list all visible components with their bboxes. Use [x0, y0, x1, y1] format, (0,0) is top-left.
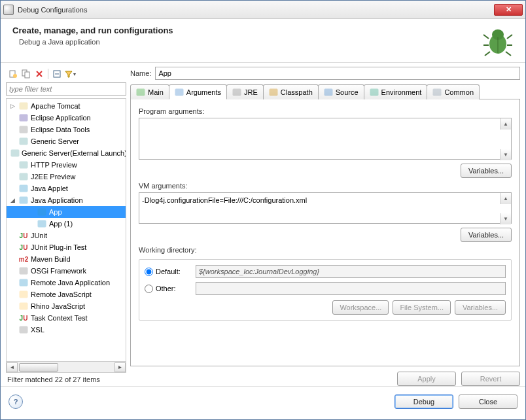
program-variables-button[interactable]: Variables... [461, 164, 512, 178]
tab-environment[interactable]: Environment [364, 84, 428, 99]
tree-item[interactable]: Remote JavaScript [7, 289, 126, 300]
new-config-button[interactable] [7, 68, 19, 80]
apply-button[interactable]: Apply [397, 372, 456, 386]
tree-item[interactable]: Rhino JavaScript [7, 300, 126, 312]
help-button[interactable]: ? [9, 394, 23, 409]
tree-item[interactable]: Eclipse Data Tools [7, 124, 126, 135]
main-icon [136, 88, 145, 97]
tree-item-label: JUnit [31, 232, 47, 239]
scroll-left-arrow[interactable]: ◄ [7, 362, 18, 372]
debug-button[interactable]: Debug [394, 394, 453, 409]
close-button[interactable]: Close [459, 394, 517, 409]
tab-arguments[interactable]: Arguments [169, 84, 227, 99]
working-dir-group: Default: Other: Workspace... File System… [139, 259, 512, 321]
tab-main[interactable]: Main [130, 84, 169, 99]
dialog-footer: ? Debug Close [1, 386, 525, 416]
tree-item-label: J2EE Preview [31, 173, 75, 181]
tab-label: Environment [381, 88, 422, 96]
tree-item-label: Remote JavaScript [31, 290, 92, 298]
tab-classpath[interactable]: Classpath [263, 84, 319, 99]
tree-item[interactable]: App (1) [7, 218, 126, 230]
tree-item[interactable]: Eclipse Application [7, 112, 126, 124]
collapse-all-button[interactable] [51, 68, 63, 80]
scroll-thumb[interactable] [19, 363, 58, 372]
scroll-down-icon[interactable]: ▼ [500, 213, 511, 224]
svg-rect-28 [20, 268, 27, 274]
delete-config-button[interactable] [33, 68, 45, 80]
applet-icon [18, 183, 29, 194]
svg-line-3 [507, 35, 512, 39]
svg-rect-23 [20, 173, 27, 180]
classpath-icon [269, 88, 278, 97]
svg-rect-33 [137, 89, 145, 96]
tree-item[interactable]: HTTP Preview [7, 159, 126, 171]
tab-label: Source [336, 88, 359, 96]
tree-item[interactable]: OSGi Framework [7, 265, 126, 277]
tab-common[interactable]: Common [427, 84, 480, 99]
default-radio[interactable] [145, 268, 153, 276]
workspace-button[interactable]: Workspace... [332, 300, 389, 315]
svg-rect-26 [38, 209, 46, 215]
name-input[interactable] [155, 67, 520, 80]
tree-item[interactable]: ◢Java Application [7, 194, 126, 206]
svg-rect-22 [20, 162, 27, 168]
program-args-label: Program arguments: [139, 107, 512, 115]
tree-item[interactable]: m2Maven Build [7, 253, 126, 265]
close-window-button[interactable]: ✕ [494, 4, 523, 16]
scroll-right-arrow[interactable]: ► [114, 362, 126, 372]
tree-item[interactable]: JUTask Context Test [7, 312, 126, 324]
tree-item-label: HTTP Preview [31, 161, 77, 169]
scroll-up-icon[interactable]: ▲ [500, 193, 511, 204]
duplicate-config-button[interactable] [20, 68, 32, 80]
task-icon: JU [18, 313, 29, 323]
filter-input[interactable] [6, 82, 126, 96]
tree-item[interactable]: Generic Server [7, 135, 126, 147]
junit-plugin-icon: JU [18, 242, 29, 253]
config-tree[interactable]: ▷Apache TomcatEclipse ApplicationEclipse… [6, 98, 126, 362]
tree-hscrollbar[interactable]: ◄ ► [6, 362, 126, 373]
svg-rect-34 [175, 89, 183, 96]
env-icon [370, 88, 379, 97]
tree-item[interactable]: XSL [7, 324, 126, 336]
filesystem-button[interactable]: File System... [393, 300, 451, 315]
tree-item-label: Maven Build [31, 255, 71, 263]
scroll-down-icon[interactable]: ▼ [500, 149, 511, 160]
tree-item[interactable]: J2EE Preview [7, 171, 126, 183]
default-radio-label[interactable]: Default: [145, 268, 190, 276]
vm-variables-button[interactable]: Variables... [461, 228, 512, 242]
tab-source[interactable]: Source [318, 84, 364, 99]
tree-item[interactable]: App [7, 206, 126, 218]
svg-rect-21 [11, 150, 19, 156]
tree-item[interactable]: Java Applet [7, 183, 126, 194]
vm-args-textarea[interactable]: -Dlog4j.configurationFile=File:///C:/con… [139, 192, 512, 224]
tree-item-label: Apache Tomcat [31, 102, 80, 110]
revert-button[interactable]: Revert [461, 372, 520, 386]
filter-config-button[interactable]: ▾ [64, 68, 76, 80]
tree-item[interactable]: JUJUnit [7, 230, 126, 241]
tree-item[interactable]: Remote Java Application [7, 277, 126, 289]
header-subtitle: Debug a Java application [19, 38, 482, 46]
debug-bug-icon [482, 26, 514, 57]
other-radio-label[interactable]: Other: [145, 285, 190, 293]
program-args-textarea[interactable] [139, 118, 512, 160]
db-icon [18, 124, 29, 135]
wd-variables-button[interactable]: Variables... [455, 300, 506, 315]
svg-rect-37 [324, 89, 332, 96]
svg-rect-17 [20, 103, 27, 109]
tree-item[interactable]: ▷Apache Tomcat [7, 100, 126, 112]
window-title: Debug Configurations [18, 6, 494, 14]
server-icon [18, 171, 29, 182]
tree-item[interactable]: Generic Server(External Launch) [7, 147, 126, 159]
other-radio[interactable] [145, 285, 153, 293]
svg-rect-29 [20, 279, 27, 286]
junit-icon: JU [18, 230, 29, 241]
tab-jre[interactable]: JRE [226, 84, 264, 99]
tree-item[interactable]: JUJUnit Plug-in Test [7, 241, 126, 253]
scroll-up-icon[interactable]: ▲ [500, 118, 511, 130]
right-panel: Name: MainArgumentsJREClasspathSourceEnv… [130, 67, 520, 386]
tomcat-icon [18, 101, 29, 111]
svg-rect-20 [20, 138, 27, 145]
tree-item-label: Eclipse Data Tools [31, 126, 90, 133]
tree-item-label: Java Application [31, 196, 83, 204]
svg-rect-30 [20, 291, 27, 298]
